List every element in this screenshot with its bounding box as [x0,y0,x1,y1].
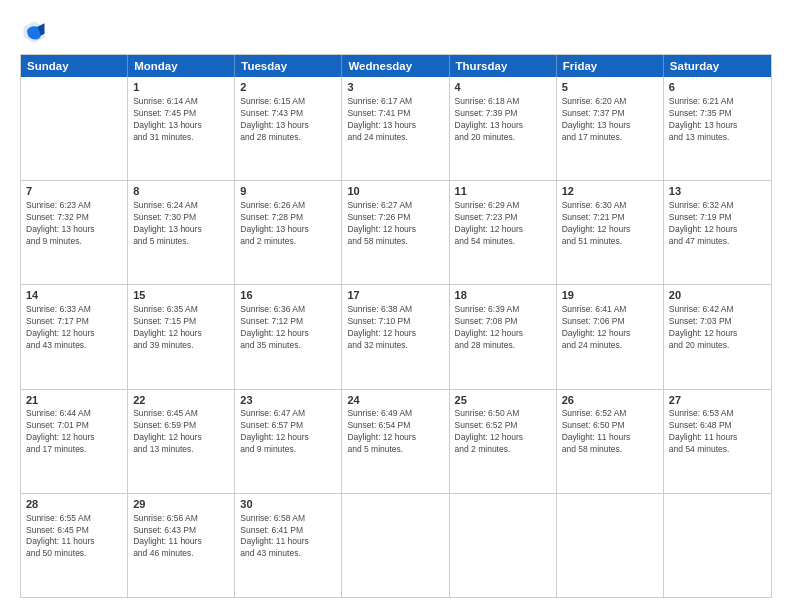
day-cell-26: 26Sunrise: 6:52 AMSunset: 6:50 PMDayligh… [557,390,664,493]
empty-cell [450,494,557,597]
day-number: 12 [562,184,658,199]
day-cell-13: 13Sunrise: 6:32 AMSunset: 7:19 PMDayligh… [664,181,771,284]
day-cell-18: 18Sunrise: 6:39 AMSunset: 7:08 PMDayligh… [450,285,557,388]
weekday-header-friday: Friday [557,55,664,77]
day-cell-6: 6Sunrise: 6:21 AMSunset: 7:35 PMDaylight… [664,77,771,180]
empty-cell [21,77,128,180]
day-info: Sunrise: 6:39 AMSunset: 7:08 PMDaylight:… [455,304,551,352]
day-cell-17: 17Sunrise: 6:38 AMSunset: 7:10 PMDayligh… [342,285,449,388]
day-number: 28 [26,497,122,512]
weekday-header-thursday: Thursday [450,55,557,77]
day-cell-1: 1Sunrise: 6:14 AMSunset: 7:45 PMDaylight… [128,77,235,180]
empty-cell [664,494,771,597]
day-number: 17 [347,288,443,303]
day-number: 4 [455,80,551,95]
day-info: Sunrise: 6:27 AMSunset: 7:26 PMDaylight:… [347,200,443,248]
day-cell-29: 29Sunrise: 6:56 AMSunset: 6:43 PMDayligh… [128,494,235,597]
day-info: Sunrise: 6:49 AMSunset: 6:54 PMDaylight:… [347,408,443,456]
day-info: Sunrise: 6:36 AMSunset: 7:12 PMDaylight:… [240,304,336,352]
calendar-row-3: 21Sunrise: 6:44 AMSunset: 7:01 PMDayligh… [21,390,771,494]
day-number: 2 [240,80,336,95]
day-info: Sunrise: 6:35 AMSunset: 7:15 PMDaylight:… [133,304,229,352]
day-info: Sunrise: 6:44 AMSunset: 7:01 PMDaylight:… [26,408,122,456]
weekday-header-wednesday: Wednesday [342,55,449,77]
day-info: Sunrise: 6:14 AMSunset: 7:45 PMDaylight:… [133,96,229,144]
day-info: Sunrise: 6:18 AMSunset: 7:39 PMDaylight:… [455,96,551,144]
day-number: 16 [240,288,336,303]
day-cell-27: 27Sunrise: 6:53 AMSunset: 6:48 PMDayligh… [664,390,771,493]
day-number: 15 [133,288,229,303]
logo [20,18,52,46]
day-number: 27 [669,393,766,408]
empty-cell [342,494,449,597]
day-info: Sunrise: 6:47 AMSunset: 6:57 PMDaylight:… [240,408,336,456]
day-number: 30 [240,497,336,512]
day-number: 20 [669,288,766,303]
day-info: Sunrise: 6:33 AMSunset: 7:17 PMDaylight:… [26,304,122,352]
day-cell-12: 12Sunrise: 6:30 AMSunset: 7:21 PMDayligh… [557,181,664,284]
day-cell-11: 11Sunrise: 6:29 AMSunset: 7:23 PMDayligh… [450,181,557,284]
day-cell-20: 20Sunrise: 6:42 AMSunset: 7:03 PMDayligh… [664,285,771,388]
day-cell-9: 9Sunrise: 6:26 AMSunset: 7:28 PMDaylight… [235,181,342,284]
calendar-row-4: 28Sunrise: 6:55 AMSunset: 6:45 PMDayligh… [21,494,771,597]
day-number: 25 [455,393,551,408]
day-info: Sunrise: 6:38 AMSunset: 7:10 PMDaylight:… [347,304,443,352]
day-cell-8: 8Sunrise: 6:24 AMSunset: 7:30 PMDaylight… [128,181,235,284]
day-cell-30: 30Sunrise: 6:58 AMSunset: 6:41 PMDayligh… [235,494,342,597]
day-info: Sunrise: 6:41 AMSunset: 7:06 PMDaylight:… [562,304,658,352]
day-number: 21 [26,393,122,408]
day-info: Sunrise: 6:24 AMSunset: 7:30 PMDaylight:… [133,200,229,248]
day-cell-7: 7Sunrise: 6:23 AMSunset: 7:32 PMDaylight… [21,181,128,284]
day-info: Sunrise: 6:21 AMSunset: 7:35 PMDaylight:… [669,96,766,144]
day-number: 8 [133,184,229,199]
calendar-row-2: 14Sunrise: 6:33 AMSunset: 7:17 PMDayligh… [21,285,771,389]
day-number: 6 [669,80,766,95]
day-number: 19 [562,288,658,303]
day-number: 18 [455,288,551,303]
calendar-row-0: 1Sunrise: 6:14 AMSunset: 7:45 PMDaylight… [21,77,771,181]
header [20,18,772,46]
day-info: Sunrise: 6:50 AMSunset: 6:52 PMDaylight:… [455,408,551,456]
calendar: SundayMondayTuesdayWednesdayThursdayFrid… [20,54,772,598]
day-info: Sunrise: 6:55 AMSunset: 6:45 PMDaylight:… [26,513,122,561]
day-cell-19: 19Sunrise: 6:41 AMSunset: 7:06 PMDayligh… [557,285,664,388]
day-cell-3: 3Sunrise: 6:17 AMSunset: 7:41 PMDaylight… [342,77,449,180]
day-cell-16: 16Sunrise: 6:36 AMSunset: 7:12 PMDayligh… [235,285,342,388]
day-number: 14 [26,288,122,303]
day-number: 22 [133,393,229,408]
day-number: 24 [347,393,443,408]
day-cell-2: 2Sunrise: 6:15 AMSunset: 7:43 PMDaylight… [235,77,342,180]
day-cell-25: 25Sunrise: 6:50 AMSunset: 6:52 PMDayligh… [450,390,557,493]
day-number: 13 [669,184,766,199]
day-cell-24: 24Sunrise: 6:49 AMSunset: 6:54 PMDayligh… [342,390,449,493]
day-info: Sunrise: 6:20 AMSunset: 7:37 PMDaylight:… [562,96,658,144]
day-number: 29 [133,497,229,512]
day-number: 26 [562,393,658,408]
calendar-row-1: 7Sunrise: 6:23 AMSunset: 7:32 PMDaylight… [21,181,771,285]
page: SundayMondayTuesdayWednesdayThursdayFrid… [0,0,792,612]
day-number: 23 [240,393,336,408]
day-cell-4: 4Sunrise: 6:18 AMSunset: 7:39 PMDaylight… [450,77,557,180]
day-info: Sunrise: 6:58 AMSunset: 6:41 PMDaylight:… [240,513,336,561]
day-cell-14: 14Sunrise: 6:33 AMSunset: 7:17 PMDayligh… [21,285,128,388]
day-info: Sunrise: 6:29 AMSunset: 7:23 PMDaylight:… [455,200,551,248]
day-number: 10 [347,184,443,199]
day-number: 11 [455,184,551,199]
calendar-body: 1Sunrise: 6:14 AMSunset: 7:45 PMDaylight… [21,77,771,597]
day-cell-28: 28Sunrise: 6:55 AMSunset: 6:45 PMDayligh… [21,494,128,597]
day-number: 1 [133,80,229,95]
day-cell-10: 10Sunrise: 6:27 AMSunset: 7:26 PMDayligh… [342,181,449,284]
day-cell-5: 5Sunrise: 6:20 AMSunset: 7:37 PMDaylight… [557,77,664,180]
day-info: Sunrise: 6:42 AMSunset: 7:03 PMDaylight:… [669,304,766,352]
day-info: Sunrise: 6:53 AMSunset: 6:48 PMDaylight:… [669,408,766,456]
day-number: 3 [347,80,443,95]
day-info: Sunrise: 6:15 AMSunset: 7:43 PMDaylight:… [240,96,336,144]
day-cell-23: 23Sunrise: 6:47 AMSunset: 6:57 PMDayligh… [235,390,342,493]
day-info: Sunrise: 6:45 AMSunset: 6:59 PMDaylight:… [133,408,229,456]
weekday-header-monday: Monday [128,55,235,77]
day-cell-15: 15Sunrise: 6:35 AMSunset: 7:15 PMDayligh… [128,285,235,388]
weekday-header-saturday: Saturday [664,55,771,77]
day-cell-22: 22Sunrise: 6:45 AMSunset: 6:59 PMDayligh… [128,390,235,493]
day-info: Sunrise: 6:30 AMSunset: 7:21 PMDaylight:… [562,200,658,248]
day-info: Sunrise: 6:23 AMSunset: 7:32 PMDaylight:… [26,200,122,248]
